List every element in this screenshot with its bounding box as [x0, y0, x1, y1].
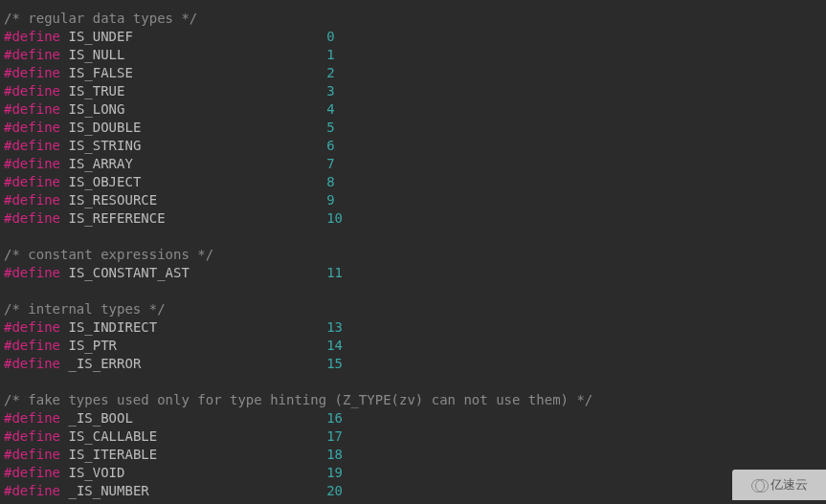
- preproc-directive: #define: [4, 65, 60, 80]
- preproc-directive: #define: [4, 120, 60, 135]
- watermark-text: 亿速云: [770, 476, 808, 493]
- code-comment: /* regular data types */: [4, 11, 197, 26]
- preproc-directive: #define: [4, 356, 60, 371]
- macro-value: 20: [326, 483, 343, 498]
- macro-name: _IS_ERROR: [68, 356, 141, 371]
- macro-value: 16: [326, 410, 343, 426]
- code-comment: /* internal types */: [4, 301, 166, 317]
- macro-name: IS_VOID: [68, 465, 124, 480]
- macro-value: 13: [326, 319, 343, 335]
- macro-value: 7: [326, 156, 334, 171]
- macro-name: IS_NULL: [68, 47, 124, 62]
- preproc-directive: #define: [4, 138, 60, 153]
- macro-name: IS_TRUE: [68, 83, 124, 99]
- macro-value: 17: [326, 428, 343, 444]
- macro-name: IS_DOUBLE: [68, 120, 141, 135]
- preproc-directive: #define: [4, 210, 60, 226]
- preproc-directive: #define: [4, 47, 60, 62]
- code-block: /* regular data types */ #define IS_UNDE…: [0, 0, 826, 504]
- macro-name: _IS_BOOL: [68, 410, 132, 426]
- preproc-directive: #define: [4, 428, 60, 444]
- macro-name: IS_PTR: [68, 338, 117, 353]
- preproc-directive: #define: [4, 101, 60, 117]
- macro-name: IS_INDIRECT: [68, 319, 157, 335]
- macro-name: IS_LONG: [68, 101, 124, 117]
- preproc-directive: #define: [4, 447, 60, 462]
- macro-value: 4: [326, 101, 334, 117]
- watermark-logo-icon: [751, 477, 767, 493]
- macro-name: IS_REFERENCE: [68, 210, 165, 226]
- macro-name: _IS_NUMBER: [68, 483, 148, 498]
- preproc-directive: #define: [4, 29, 60, 44]
- macro-value: 11: [326, 265, 343, 280]
- macro-name: IS_CALLABLE: [68, 428, 157, 444]
- macro-name: IS_CONSTANT_AST: [68, 265, 189, 280]
- macro-value: 3: [326, 83, 334, 99]
- macro-name: IS_RESOURCE: [68, 192, 157, 208]
- macro-value: 19: [326, 465, 343, 480]
- macro-name: IS_FALSE: [68, 65, 132, 80]
- preproc-directive: #define: [4, 338, 60, 353]
- macro-value: 0: [326, 29, 334, 44]
- watermark-badge: 亿速云: [732, 470, 826, 500]
- preproc-directive: #define: [4, 83, 60, 99]
- preproc-directive: #define: [4, 265, 60, 280]
- macro-name: IS_ARRAY: [68, 156, 132, 171]
- macro-name: IS_STRING: [68, 138, 141, 153]
- macro-value: 6: [326, 138, 334, 153]
- macro-value: 15: [326, 356, 343, 371]
- code-comment: /* fake types used only for type hinting…: [4, 392, 592, 407]
- macro-value: 10: [326, 210, 343, 226]
- macro-name: IS_OBJECT: [68, 174, 141, 189]
- preproc-directive: #define: [4, 465, 60, 480]
- preproc-directive: #define: [4, 410, 60, 426]
- macro-value: 9: [326, 192, 334, 208]
- preproc-directive: #define: [4, 319, 60, 335]
- macro-value: 8: [326, 174, 334, 189]
- macro-name: IS_UNDEF: [68, 29, 132, 44]
- macro-value: 14: [326, 338, 343, 353]
- preproc-directive: #define: [4, 174, 60, 189]
- macro-value: 2: [326, 65, 334, 80]
- macro-value: 18: [326, 447, 343, 462]
- preproc-directive: #define: [4, 483, 60, 498]
- preproc-directive: #define: [4, 156, 60, 171]
- macro-name: IS_ITERABLE: [68, 447, 157, 462]
- macro-value: 1: [326, 47, 334, 62]
- macro-value: 5: [326, 120, 334, 135]
- code-comment: /* constant expressions */: [4, 247, 213, 262]
- preproc-directive: #define: [4, 192, 60, 208]
